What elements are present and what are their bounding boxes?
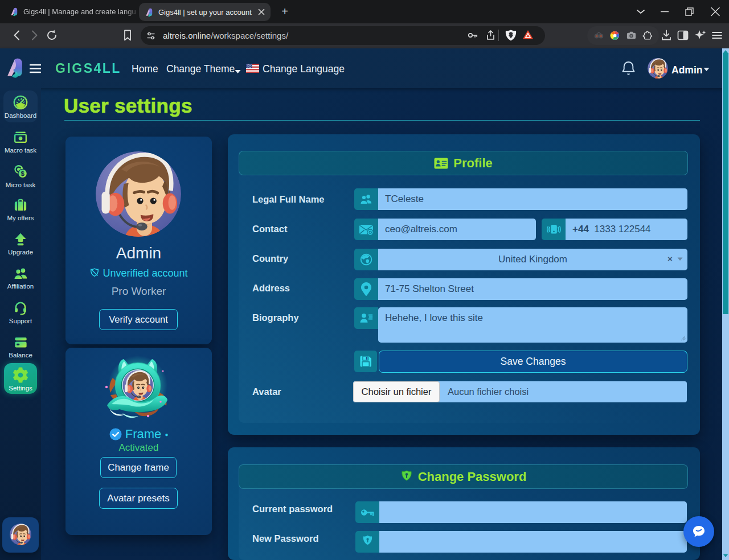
- svg-text:$: $: [21, 170, 24, 177]
